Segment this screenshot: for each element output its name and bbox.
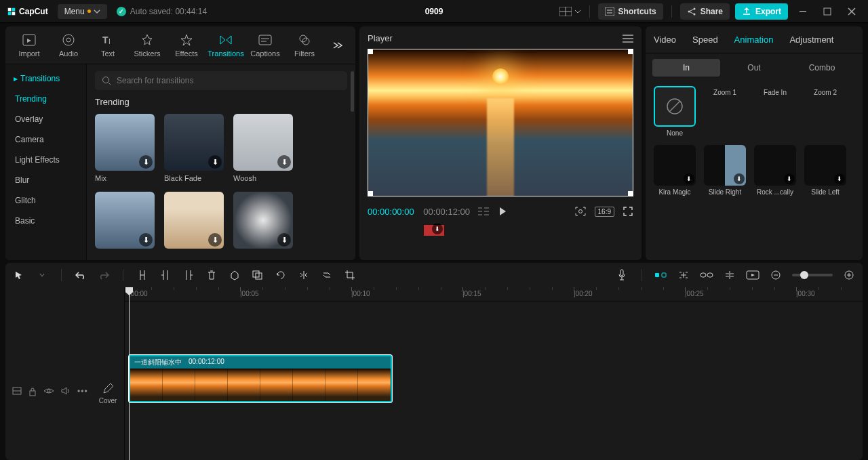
anim-mode-out[interactable]: Out	[720, 59, 788, 77]
tab-import[interactable]: Import	[9, 33, 49, 58]
animation-thumb[interactable]: ⬇	[654, 204, 696, 207]
anim-mode-in[interactable]: In	[652, 59, 720, 77]
preview-tool[interactable]	[746, 268, 760, 282]
rotate-tool[interactable]	[274, 268, 288, 282]
resize-handle[interactable]	[368, 49, 373, 54]
animation-thumb[interactable]: None	[654, 86, 696, 137]
menu-button[interactable]: Menu	[58, 4, 107, 19]
magnet-tool[interactable]	[654, 268, 667, 282]
pointer-dropdown[interactable]	[35, 268, 49, 282]
transition-thumb[interactable]: ⬇	[164, 192, 224, 249]
category-light-effects[interactable]: Light Effects	[5, 150, 86, 170]
timeline-tracks[interactable]: |00:00|00:05|00:10|00:15|00:20|00:25|00:…	[125, 287, 863, 460]
zoom-thumb[interactable]	[800, 271, 808, 279]
category-head[interactable]: ▸ Transitions	[5, 68, 86, 89]
sync-tool[interactable]	[320, 268, 334, 282]
resize-handle[interactable]	[628, 191, 633, 196]
download-icon[interactable]: ⬇	[277, 233, 291, 247]
play-button[interactable]	[497, 206, 508, 217]
tab-text[interactable]: TIText	[88, 33, 127, 58]
tab-effects[interactable]: Effects	[167, 33, 206, 58]
minimize-button[interactable]	[793, 3, 812, 20]
aspect-ratio[interactable]: 16:9	[595, 207, 614, 217]
video-clip[interactable]: 一道斜阳铺水中 00:00:12:00	[129, 355, 392, 402]
animation-thumb[interactable]: ⬇Fade In	[754, 86, 796, 137]
category-overlay[interactable]: Overlay	[5, 109, 86, 129]
download-icon[interactable]: ⬇	[139, 233, 153, 247]
share-button[interactable]: Share	[680, 3, 730, 20]
preview-viewport[interactable]	[368, 49, 633, 196]
more-icon[interactable]: •••	[77, 387, 88, 396]
time-ruler[interactable]: |00:00|00:05|00:10|00:15|00:20|00:25|00:…	[125, 287, 863, 302]
zoom-in-button[interactable]	[842, 268, 856, 282]
zoom-slider[interactable]	[792, 274, 833, 276]
category-trending[interactable]: Trending	[5, 89, 86, 109]
search-box[interactable]	[95, 71, 347, 90]
animation-thumb[interactable]: ⬇	[704, 204, 746, 207]
delete-tool[interactable]	[205, 268, 218, 282]
category-basic[interactable]: Basic	[5, 211, 86, 231]
download-icon[interactable]: ⬇	[208, 155, 222, 169]
download-icon[interactable]: ⬇	[734, 173, 745, 184]
list-toggle[interactable]	[478, 207, 489, 216]
playhead[interactable]	[129, 287, 130, 460]
split-tool[interactable]	[136, 268, 149, 282]
resize-handle[interactable]	[628, 49, 633, 54]
download-icon[interactable]: ⬇	[684, 173, 694, 184]
download-icon[interactable]: ⬇	[277, 155, 291, 169]
animation-thumb[interactable]: ⬇Rock ...cally	[754, 145, 796, 196]
tab-stickers[interactable]: Stickers	[127, 33, 167, 58]
download-icon[interactable]: ⬇	[834, 173, 845, 184]
anim-mode-combo[interactable]: Combo	[788, 59, 856, 77]
inspector-tab-adjustment[interactable]: Adjustment	[781, 26, 842, 53]
undo-button[interactable]	[74, 268, 87, 282]
tab-audio[interactable]: Audio	[49, 33, 88, 58]
category-camera[interactable]: Camera	[5, 129, 86, 150]
crop-tool[interactable]	[343, 268, 357, 282]
trim-left-tool[interactable]	[159, 268, 172, 282]
animation-thumb[interactable]: ⬇Zoom 1	[704, 86, 746, 137]
fullscreen-button[interactable]	[623, 206, 633, 217]
mirror-tool[interactable]	[297, 268, 311, 282]
scrollbar[interactable]	[351, 71, 354, 112]
lock-icon[interactable]	[28, 387, 37, 396]
export-button[interactable]: Export	[735, 3, 788, 20]
download-icon[interactable]: ⬇	[784, 173, 795, 184]
zoom-out-button[interactable]	[769, 268, 783, 282]
player-menu-button[interactable]	[623, 35, 633, 43]
align-tool[interactable]	[723, 268, 736, 282]
tab-filters[interactable]: Filters	[285, 33, 324, 58]
category-blur[interactable]: Blur	[5, 170, 86, 190]
animation-thumb[interactable]: ⬇Slide Left	[804, 145, 846, 196]
shortcuts-button[interactable]: Shortcuts	[598, 3, 663, 20]
transition-thumb[interactable]: ⬇Woosh	[233, 114, 293, 182]
transition-thumb[interactable]: ⬇	[233, 192, 293, 249]
chain-tool[interactable]	[700, 268, 713, 282]
link-tool[interactable]	[677, 268, 690, 282]
trim-right-tool[interactable]	[182, 268, 195, 282]
cover-button[interactable]: Cover	[97, 383, 119, 404]
maximize-button[interactable]	[818, 3, 837, 20]
animation-thumb[interactable]: ⬇Kira Magic	[654, 145, 696, 196]
resize-handle[interactable]	[368, 191, 373, 196]
layer-toggle-icon[interactable]	[12, 387, 22, 396]
duplicate-tool[interactable]	[251, 268, 264, 282]
redo-button[interactable]	[97, 268, 111, 282]
transition-thumb[interactable]: ⬇	[95, 192, 155, 249]
scan-button[interactable]	[574, 206, 587, 217]
tab-captions[interactable]: Captions	[245, 33, 285, 58]
close-button[interactable]	[842, 3, 861, 20]
tab-transitions[interactable]: Transitions	[206, 33, 245, 58]
mute-icon[interactable]	[61, 387, 71, 396]
animation-thumb[interactable]: ⬇	[804, 204, 846, 207]
inspector-tab-video[interactable]: Video	[646, 26, 684, 53]
mic-button[interactable]	[615, 268, 629, 282]
inspector-tab-speed[interactable]: Speed	[684, 26, 726, 53]
marker-tool[interactable]	[228, 268, 241, 282]
animation-thumb[interactable]: ⬇Slide Right	[704, 145, 746, 196]
pointer-tool[interactable]	[12, 268, 26, 282]
transition-thumb[interactable]: ⬇Black Fade	[164, 114, 224, 182]
download-icon[interactable]: ⬇	[208, 233, 222, 247]
inspector-tab-animation[interactable]: Animation	[726, 26, 782, 53]
eye-icon[interactable]	[43, 387, 54, 396]
